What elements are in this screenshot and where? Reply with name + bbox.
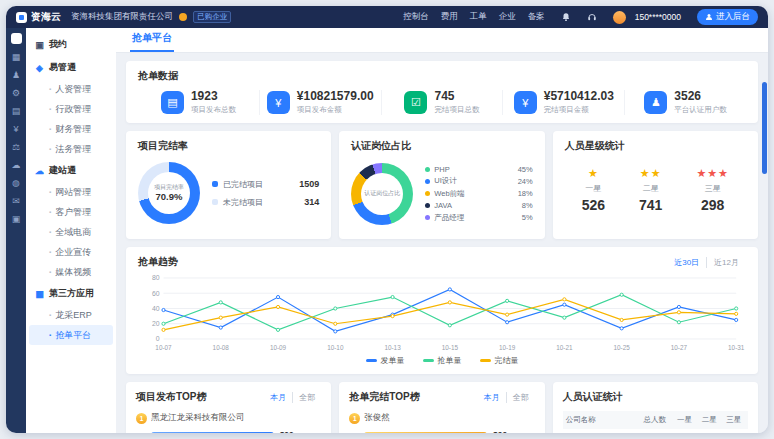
scrollbar[interactable] (762, 54, 767, 433)
bullet-icon: ▪ (49, 126, 51, 132)
sidebar-item-hr[interactable]: ▪人资管理 (29, 79, 113, 99)
filter-month-link[interactable]: 本月 (478, 392, 506, 403)
position-legend-item[interactable]: PHP45% (425, 165, 532, 174)
account-phone[interactable]: 150****0000 (635, 12, 681, 22)
sidebar-item-mine[interactable]: ▣ 我约 (26, 33, 116, 56)
sidebar-item-ecommerce[interactable]: ▪全域电商 (29, 222, 113, 242)
svg-text:10-25: 10-25 (614, 344, 631, 351)
menu-console[interactable]: 控制台 (403, 11, 429, 23)
sidebar-item-erp[interactable]: ▪龙采ERP (29, 305, 113, 325)
sidebar-group-thirdparty[interactable]: ▦ 第三方应用 (26, 282, 116, 305)
finance-icon[interactable]: ¥ (13, 125, 18, 134)
cloud-icon[interactable]: ☁ (12, 161, 21, 170)
menu-enterprise[interactable]: 企业 (499, 11, 516, 23)
sidebar: ▣ 我约 ◈ 易管通 ▪人资管理 ▪行政管理 ▪财务管理 ▪法务管理 ☁ 建站通… (26, 28, 116, 433)
doc-icon[interactable]: ▤ (12, 107, 21, 116)
sidebar-group-yiguantong[interactable]: ◈ 易管通 (26, 56, 116, 79)
stat-finished-count: ☑ 745完结项目总数 (381, 90, 503, 115)
legend-item[interactable]: 完结量 (480, 355, 519, 366)
star-label: 二星 (639, 183, 662, 194)
svg-text:40: 40 (152, 305, 160, 312)
company-name: 资海科技集团有限责任公司 (71, 11, 173, 23)
sidebar-item-legal[interactable]: ▪法务管理 (29, 139, 113, 159)
sidebar-group-label: 我约 (49, 38, 67, 51)
range-30d-link[interactable]: 近30日 (667, 257, 706, 268)
positions-card: 认证岗位占比 认证岗位占比 PHP45%UI设计24%Web前端18%JAVA8… (339, 131, 544, 239)
headset-icon[interactable] (587, 12, 597, 22)
sidebar-group-jianzhantong[interactable]: ☁ 建站通 (26, 159, 116, 182)
menu-tickets[interactable]: 工单 (470, 11, 487, 23)
star-label: 三星 (696, 183, 729, 194)
table-header-cell: 二星 (699, 411, 724, 429)
bullet-icon: ▪ (49, 106, 51, 112)
check-doc-icon: ☑ (404, 91, 427, 114)
legend-item-done[interactable]: 已完结项目 1509 (212, 179, 319, 190)
mail-icon[interactable]: ✉ (12, 197, 20, 206)
user-icon[interactable]: ♟ (12, 71, 20, 80)
yen-coin-icon: ¥ (514, 91, 537, 114)
position-legend-item[interactable]: Web前端18% (425, 189, 532, 199)
apps-icon[interactable]: ▣ (12, 215, 21, 224)
bullet-icon: ▪ (49, 249, 51, 255)
filter-all-link[interactable]: 全部 (506, 392, 535, 403)
legend-item-undone[interactable]: 未完结项目 314 (212, 197, 319, 208)
svg-text:10-21: 10-21 (556, 344, 573, 351)
gear-icon[interactable]: ⚙ (12, 89, 20, 98)
trend-card: 抢单趋势 近30日 近12月 02040608010-0710-0810-091… (126, 247, 758, 374)
rail-logo-icon[interactable] (11, 33, 22, 44)
sidebar-item-promotion[interactable]: ▪企业宣传 (29, 242, 113, 262)
star-value: 298 (696, 197, 729, 213)
scale-icon[interactable]: ⚖ (12, 143, 20, 152)
legend-value: 1509 (299, 179, 319, 189)
donut-center-label: 项目完结率 (154, 184, 184, 191)
position-legend-item[interactable]: 产品经理5% (425, 213, 532, 223)
sidebar-item-finance[interactable]: ▪财务管理 (29, 119, 113, 139)
stat-label: 完结项目金额 (544, 105, 614, 115)
logo[interactable]: 资海云 (16, 10, 61, 24)
legend-item[interactable]: 发单量 (366, 355, 405, 366)
legend-percent: 45% (518, 165, 533, 174)
range-12m-link[interactable]: 近12月 (706, 257, 746, 268)
star-icon: ★ (582, 168, 605, 179)
stars-title: 人员星级统计 (565, 139, 746, 153)
grid-icon[interactable]: ▦ (12, 53, 21, 62)
legend-marker (423, 359, 434, 362)
tab-qiangdan-platform[interactable]: 抢单平台 (130, 27, 174, 52)
stat-value: 3526 (674, 90, 727, 103)
cert-stats-title: 人员认证统计 (563, 390, 748, 404)
enter-backend-button[interactable]: 进入后台 (697, 9, 758, 25)
position-legend-item[interactable]: JAVA8% (425, 201, 532, 210)
sidebar-item-customers[interactable]: ▪客户管理 (29, 202, 113, 222)
bullet-icon: ▪ (49, 189, 51, 195)
legend-dot (425, 179, 430, 184)
table-row[interactable]: 黑龙江龙采科技有限公司 600 500 150 100 (563, 429, 748, 433)
sidebar-group-label: 易管通 (49, 61, 76, 74)
position-legend-item[interactable]: UI设计24% (425, 176, 532, 186)
sidebar-item-website[interactable]: ▪网站管理 (29, 182, 113, 202)
legend-item[interactable]: 抢单量 (423, 355, 462, 366)
scrollbar-thumb[interactable] (762, 82, 767, 174)
top-publish-title: 项目发布TOP榜 (136, 390, 206, 404)
filter-all-link[interactable]: 全部 (292, 392, 321, 403)
bell-icon[interactable] (561, 12, 571, 22)
verified-icon (179, 13, 187, 21)
sidebar-item-media[interactable]: ▪媒体视频 (29, 262, 113, 282)
legend-label: 抢单量 (438, 355, 462, 366)
top-list-item[interactable]: 1 黑龙江龙采科技有限公司 899 ¥1006230.09 (136, 412, 321, 433)
rank-medal-icon: 1 (136, 413, 147, 424)
top-list-item[interactable]: 1 张俊然 899 ¥1006230.09 (349, 412, 534, 433)
sidebar-item-admin[interactable]: ▪行政管理 (29, 99, 113, 119)
svg-text:10-19: 10-19 (499, 344, 516, 351)
cloud-icon: ☁ (34, 166, 45, 176)
globe-icon[interactable]: ◍ (12, 179, 20, 188)
legend-percent: 18% (518, 189, 533, 198)
completion-title: 项目完结率 (138, 139, 319, 153)
menu-filing[interactable]: 备案 (528, 11, 545, 23)
sidebar-item-label: 客户管理 (55, 206, 91, 219)
menu-billing[interactable]: 费用 (441, 11, 458, 23)
sidebar-item-qiangdan[interactable]: ▪抢单平台 (29, 325, 113, 345)
filter-month-link[interactable]: 本月 (264, 392, 292, 403)
legend-dot (425, 167, 430, 172)
avatar[interactable] (613, 11, 626, 24)
top-item-name: 黑龙江龙采科技有限公司 (151, 412, 245, 424)
